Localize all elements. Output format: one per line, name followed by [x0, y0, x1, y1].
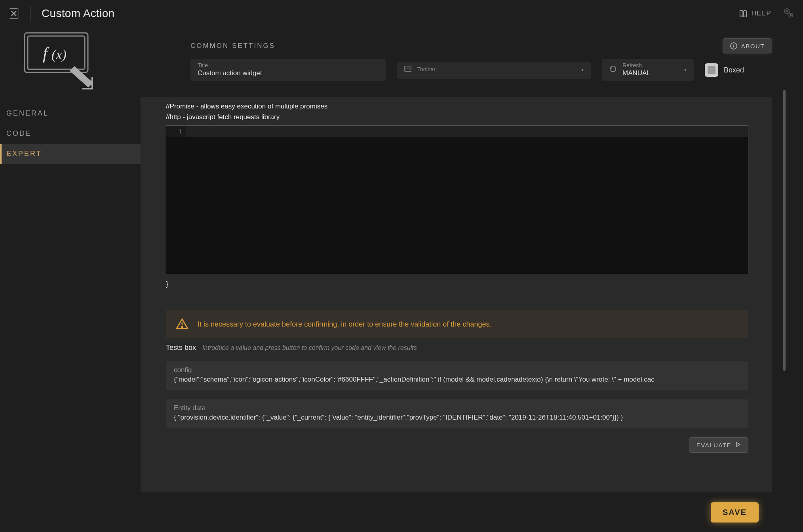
svg-text:(x): (x) [51, 47, 67, 62]
warning-icon [175, 317, 189, 331]
play-icon [735, 442, 741, 448]
divider [30, 6, 30, 21]
scrollbar[interactable] [783, 90, 786, 371]
settings-gear-button[interactable] [782, 7, 794, 20]
header-right: HELP [739, 7, 794, 20]
save-button[interactable]: SAVE [711, 502, 759, 522]
entity-label: Entity data [174, 404, 740, 412]
page-title: Custom Action [42, 7, 114, 20]
boxed-checkbox-wrap: Boxed [705, 63, 744, 77]
main-content: COMMON SETTINGS i ABOUT Title Custom act… [141, 27, 803, 492]
refresh-icon [609, 65, 617, 75]
svg-point-0 [784, 9, 790, 14]
tests-hint: Introduce a value and press button to co… [202, 344, 417, 352]
boxed-label: Boxed [724, 66, 744, 74]
tests-label: Tests box [166, 344, 196, 352]
title-field[interactable]: Title Custom action widget [190, 59, 386, 81]
settings-header: COMMON SETTINGS i ABOUT [141, 27, 772, 59]
common-settings-label: COMMON SETTINGS [190, 42, 275, 50]
toolbar-select[interactable]: Toolbar ▾ [397, 62, 591, 79]
refresh-label: Refresh [622, 62, 679, 68]
evaluate-button[interactable]: EVALUATE [689, 437, 748, 453]
left-sidebar: f (x) GENERAL CODE EXPERT [0, 27, 141, 492]
closing-brace: } [166, 280, 748, 288]
title-field-value: Custom action widget [198, 69, 379, 77]
svg-point-2 [789, 13, 793, 17]
toolbar-icon [404, 65, 412, 75]
function-icon: f (x) [23, 31, 108, 95]
fx-logo: f (x) [0, 27, 141, 103]
boxed-checkbox[interactable] [705, 63, 718, 77]
about-label: ABOUT [741, 43, 765, 49]
gear-icon [782, 7, 794, 19]
svg-point-1 [786, 10, 788, 12]
svg-rect-8 [405, 66, 411, 72]
book-icon [739, 9, 748, 18]
warning-box: It is necessary to evaluate before confi… [166, 310, 748, 338]
entity-data-input[interactable]: Entity data { "provision.device.identifi… [166, 399, 748, 428]
info-icon: i [730, 42, 737, 49]
close-icon [11, 11, 17, 16]
help-label: HELP [752, 10, 771, 17]
nav-item-general[interactable]: GENERAL [0, 103, 141, 124]
code-comment-2: //http - javascript fetch requests libra… [166, 112, 748, 122]
body-area: f (x) GENERAL CODE EXPERT COMMON SETTING… [0, 27, 803, 492]
chevron-down-icon: ▾ [684, 67, 687, 72]
svg-text:f: f [43, 44, 49, 63]
app-header: Custom Action HELP [0, 0, 803, 27]
code-comment-1: //Promise - allows easy execution of mul… [166, 101, 748, 112]
header-left: Custom Action [9, 6, 114, 21]
config-label: config [174, 366, 740, 374]
config-input[interactable]: config {"model":"schema","icon":"ogicon-… [166, 361, 748, 390]
svg-point-3 [790, 14, 792, 15]
sidebar-nav: GENERAL CODE EXPERT [0, 103, 141, 164]
config-value: {"model":"schema","icon":"ogicon-actions… [174, 376, 740, 384]
nav-item-code[interactable]: CODE [0, 124, 141, 144]
settings-row: Title Custom action widget Toolbar ▾ [141, 59, 772, 81]
refresh-select[interactable]: Refresh MANUAL ▾ [602, 59, 694, 81]
expert-panel: //Promise - allows easy execution of mul… [141, 97, 772, 492]
editor-gutter: 1 [166, 126, 186, 137]
code-editor[interactable]: 1 [166, 125, 748, 274]
refresh-value: MANUAL [622, 69, 679, 77]
editor-active-line [186, 126, 748, 137]
tests-header: Tests box Introduce a value and press bu… [166, 344, 748, 352]
about-button[interactable]: i ABOUT [723, 38, 772, 53]
svg-point-11 [182, 327, 183, 327]
footer: SAVE [0, 492, 803, 532]
nav-item-expert[interactable]: EXPERT [0, 144, 141, 164]
help-link[interactable]: HELP [739, 9, 771, 18]
entity-value: { "provision.device.identifier": {"_valu… [174, 414, 740, 422]
toolbar-label: Toolbar [417, 66, 576, 72]
title-field-label: Title [198, 62, 379, 68]
evaluate-label: EVALUATE [696, 442, 731, 448]
warning-text: It is necessary to evaluate before confi… [198, 320, 491, 329]
close-button[interactable] [9, 8, 19, 19]
chevron-down-icon: ▾ [581, 67, 584, 72]
